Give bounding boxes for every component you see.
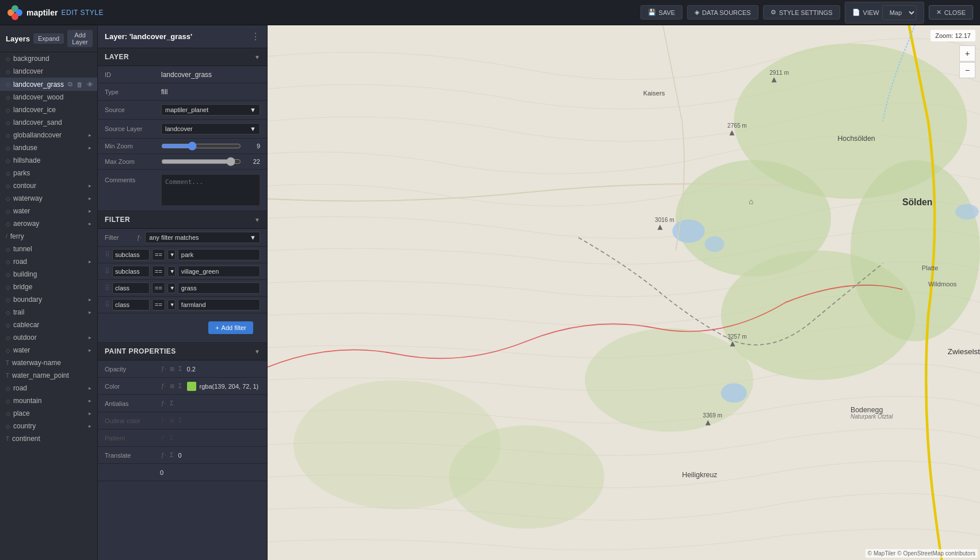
- sidebar-item-continent[interactable]: Tcontinent: [0, 432, 97, 445]
- layer-icon: ◇: [6, 335, 10, 341]
- max-zoom-slider[interactable]: [161, 157, 241, 166]
- style-settings-button[interactable]: ⚙ STYLE SETTINGS: [763, 5, 840, 20]
- sidebar-item-building[interactable]: ◇building: [0, 268, 97, 281]
- filter-op-arrow-2[interactable]: ▼: [167, 266, 176, 277]
- sidebar-item-country[interactable]: ◇country▸: [0, 420, 97, 432]
- zoom-in-button[interactable]: +: [959, 45, 975, 62]
- view-button[interactable]: 📄 VIEW Map: [845, 2, 924, 24]
- sidebar-item-landcover_grass[interactable]: ◇landcover_grass ⧉ 🗑 👁: [0, 78, 97, 91]
- layer-label: outdoor: [13, 333, 86, 342]
- filter-op-arrow-1[interactable]: ▼: [167, 250, 176, 260]
- translate-fn-btn[interactable]: ƒ·: [160, 451, 167, 459]
- color-swatch[interactable]: [187, 382, 196, 391]
- add-filter-button[interactable]: + Add filter: [208, 321, 253, 334]
- sidebar-item-boundary[interactable]: ◇boundary▸: [0, 293, 97, 306]
- sidebar-item-water[interactable]: ◇water▸: [0, 205, 97, 217]
- filter-field-3[interactable]: class: [112, 282, 150, 294]
- id-value: landcover_grass: [161, 71, 260, 79]
- duplicate-layer-btn[interactable]: ⧉: [67, 80, 74, 89]
- opacity-fn-btn[interactable]: ƒ·: [160, 365, 167, 373]
- color-zoom-btn[interactable]: ⊞: [169, 382, 176, 390]
- layer-label: waterway: [13, 194, 86, 202]
- sidebar-item-ferry[interactable]: /ferry: [0, 230, 97, 243]
- sidebar-item-water2[interactable]: ◇water▸: [0, 344, 97, 356]
- layer-icon: ◇: [6, 107, 10, 113]
- filter-val-3[interactable]: grass: [178, 282, 260, 294]
- sidebar-item-globallandcover[interactable]: ◇globallandcover▸: [0, 129, 97, 141]
- antialias-sum-btn[interactable]: Σ: [169, 400, 174, 407]
- sidebar-item-cablecar[interactable]: ◇cablecar: [0, 319, 97, 331]
- translate-sum-btn[interactable]: Σ: [169, 451, 174, 459]
- sidebar-item-landcover[interactable]: ◇landcover: [0, 65, 97, 78]
- expand-button[interactable]: Expand: [33, 33, 64, 44]
- filter-op-4[interactable]: ==: [152, 299, 165, 310]
- outline-zoom-btn[interactable]: ⊞: [169, 417, 176, 424]
- view-select[interactable]: Map: [882, 5, 917, 20]
- layer-label: landcover_grass: [13, 80, 64, 89]
- sidebar-item-hillshade[interactable]: ◇hillshade: [0, 154, 97, 167]
- pattern-sum-btn[interactable]: Σ: [169, 434, 174, 442]
- min-zoom-slider[interactable]: [161, 141, 241, 151]
- filter-val-1[interactable]: park: [178, 249, 260, 260]
- sidebar-item-landcover_wood[interactable]: ◇landcover_wood: [0, 91, 97, 103]
- layer-section-header[interactable]: Layer ▼: [98, 48, 267, 66]
- paint-section-header[interactable]: Paint properties ▼: [98, 343, 267, 360]
- filter-op-arrow-3[interactable]: ▼: [167, 283, 176, 293]
- filter-val-4[interactable]: farmland: [178, 299, 260, 310]
- text-layer-icon: T: [6, 436, 9, 442]
- zoom-out-button[interactable]: −: [959, 62, 975, 78]
- filter-op-arrow-4[interactable]: ▼: [167, 300, 176, 310]
- filter-val-2[interactable]: village_green: [178, 266, 260, 277]
- filter-op-1[interactable]: ==: [152, 249, 165, 260]
- close-button[interactable]: ✕ CLOSE: [929, 5, 973, 20]
- color-sum-btn[interactable]: Σ: [177, 382, 183, 390]
- sidebar-item-contour[interactable]: ◇contour▸: [0, 179, 97, 192]
- filter-op-3[interactable]: ==: [152, 282, 165, 294]
- drag-handle-icon: ⠿: [105, 301, 110, 309]
- color-fn-btn[interactable]: ƒ·: [160, 382, 167, 390]
- opacity-zoom-btn[interactable]: ⊞: [169, 365, 176, 373]
- save-button[interactable]: 💾 SAVE: [640, 5, 683, 20]
- sidebar-item-mountain[interactable]: ◇mountain▸: [0, 394, 97, 407]
- panel-menu-button[interactable]: ⋮: [251, 31, 260, 42]
- filter-mode-select[interactable]: any filter matches ▼: [145, 232, 260, 243]
- opacity-sum-btn[interactable]: Σ: [177, 365, 183, 373]
- source-layer-select[interactable]: landcover ▼: [161, 123, 260, 135]
- filter-mode-chevron: ▼: [250, 234, 256, 241]
- sidebar-item-aeroway[interactable]: ◇aeroway▸: [0, 217, 97, 230]
- filter-field-2[interactable]: subclass: [112, 266, 150, 277]
- sidebar-item-bridge[interactable]: ◇bridge: [0, 281, 97, 293]
- sidebar-item-waterway-name[interactable]: Twaterway-name: [0, 356, 97, 369]
- sidebar-item-landcover_ice[interactable]: ◇landcover_ice: [0, 103, 97, 116]
- sidebar-item-trail[interactable]: ◇trail▸: [0, 306, 97, 319]
- outline-fn-btn[interactable]: ƒ·: [160, 417, 167, 424]
- sidebar-item-outdoor[interactable]: ◇outdoor▸: [0, 331, 97, 344]
- pattern-fn-btn[interactable]: ƒ·: [160, 434, 167, 442]
- sidebar-item-place[interactable]: ◇place▸: [0, 407, 97, 420]
- filter-section-header[interactable]: Filter ▼: [98, 211, 267, 229]
- filter-field-4[interactable]: class: [112, 299, 150, 310]
- sidebar-item-water_name_point[interactable]: Twater_name_point: [0, 369, 97, 382]
- layer-label: road: [13, 258, 86, 266]
- visibility-layer-btn[interactable]: 👁: [86, 80, 94, 89]
- layer-icon: ◇: [6, 132, 10, 139]
- sidebar-item-landcover_sand[interactable]: ◇landcover_sand: [0, 116, 97, 129]
- sidebar-item-tunnel[interactable]: ◇tunnel: [0, 243, 97, 255]
- sidebar-item-road2[interactable]: ◇road▸: [0, 382, 97, 394]
- map-background: Sölden Hochsölden Platte Wildmoos Zwiese…: [268, 25, 980, 560]
- data-sources-button[interactable]: ◈ DATA SOURCES: [687, 5, 758, 20]
- sidebar-item-parks[interactable]: ◇parks: [0, 167, 97, 179]
- add-layer-button[interactable]: Add Layer: [67, 30, 93, 47]
- comments-input[interactable]: [161, 174, 260, 206]
- sidebar-item-landuse[interactable]: ◇landuse▸: [0, 141, 97, 154]
- sidebar-item-road[interactable]: ◇road▸: [0, 255, 97, 268]
- delete-layer-btn[interactable]: 🗑: [75, 80, 84, 89]
- source-select[interactable]: maptiler_planet ▼: [161, 104, 260, 116]
- drag-handle-icon: ⠿: [105, 284, 110, 292]
- antialias-fn-btn[interactable]: ƒ·: [160, 400, 167, 407]
- sidebar-item-waterway[interactable]: ◇waterway▸: [0, 192, 97, 205]
- outline-sum-btn[interactable]: Σ: [177, 417, 183, 424]
- filter-field-1[interactable]: subclass: [112, 249, 150, 260]
- filter-op-2[interactable]: ==: [152, 266, 165, 277]
- sidebar-item-background[interactable]: ◇background: [0, 52, 97, 65]
